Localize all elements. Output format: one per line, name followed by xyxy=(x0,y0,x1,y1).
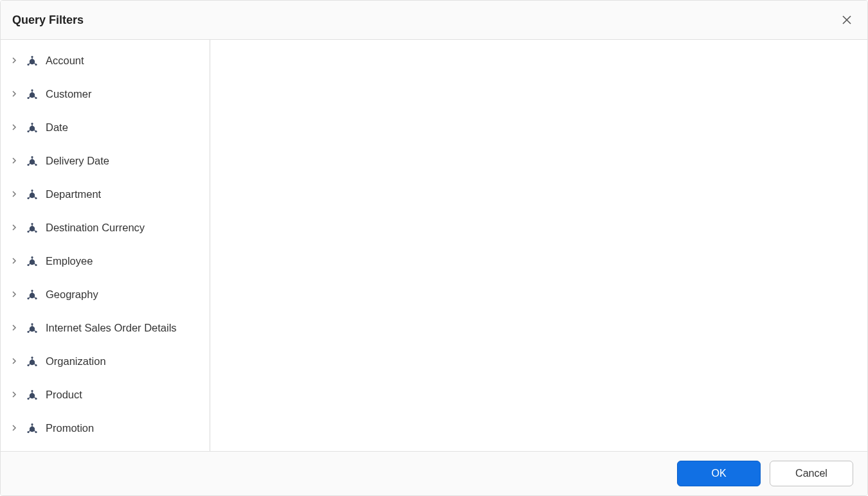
svg-point-37 xyxy=(30,226,35,231)
svg-line-6 xyxy=(29,63,30,64)
svg-line-50 xyxy=(34,263,35,265)
dimension-tree: AccountCustomerDateDelivery DateDepartme… xyxy=(1,40,210,451)
dimension-icon xyxy=(25,53,39,67)
svg-point-16 xyxy=(30,126,35,131)
tree-item-label: Account xyxy=(46,55,84,67)
tree-item[interactable]: Date xyxy=(1,111,210,144)
chevron-right-icon[interactable] xyxy=(10,223,19,232)
chevron-right-icon[interactable] xyxy=(10,89,19,98)
svg-point-52 xyxy=(31,290,33,292)
filter-canvas[interactable] xyxy=(210,40,867,451)
svg-point-31 xyxy=(31,190,33,191)
svg-line-55 xyxy=(29,297,30,298)
chevron-right-icon[interactable] xyxy=(10,56,19,65)
dimension-icon xyxy=(25,254,39,268)
chevron-right-icon[interactable] xyxy=(10,290,19,299)
tree-item[interactable]: Organization xyxy=(1,344,210,378)
tree-item-label: Destination Currency xyxy=(46,222,145,234)
svg-point-66 xyxy=(31,357,33,359)
svg-point-9 xyxy=(30,93,35,98)
svg-point-45 xyxy=(31,256,33,258)
tree-item[interactable]: Department xyxy=(1,177,210,211)
svg-line-27 xyxy=(29,163,30,164)
dialog-footer: OK Cancel xyxy=(1,451,867,495)
tree-item[interactable]: Customer xyxy=(1,77,210,111)
tree-item[interactable]: Destination Currency xyxy=(1,211,210,244)
svg-line-78 xyxy=(34,397,35,398)
tree-item-label: Organization xyxy=(46,355,106,368)
svg-point-44 xyxy=(30,260,35,265)
chevron-right-icon[interactable] xyxy=(10,156,19,165)
chevron-right-icon[interactable] xyxy=(10,357,19,366)
svg-point-30 xyxy=(30,193,35,198)
dimension-icon xyxy=(25,120,39,134)
tree-item-label: Customer xyxy=(46,88,92,100)
close-button[interactable] xyxy=(839,12,854,28)
svg-line-48 xyxy=(29,263,30,265)
svg-line-71 xyxy=(34,364,35,365)
svg-point-17 xyxy=(31,123,33,125)
tree-item[interactable]: Product xyxy=(1,378,210,411)
cancel-button[interactable]: Cancel xyxy=(770,461,853,486)
svg-point-51 xyxy=(30,293,35,298)
svg-line-36 xyxy=(34,197,35,198)
svg-point-72 xyxy=(30,393,35,398)
tree-item-label: Geography xyxy=(46,288,98,301)
dimension-icon xyxy=(25,187,39,201)
svg-line-64 xyxy=(34,330,35,332)
dimension-icon xyxy=(25,421,39,435)
dimension-icon xyxy=(25,354,39,368)
svg-line-15 xyxy=(34,96,35,98)
tree-item-label: Internet Sales Order Details xyxy=(46,322,177,334)
svg-line-8 xyxy=(34,63,35,64)
tree-item[interactable]: Geography xyxy=(1,278,210,311)
tree-item-label: Promotion xyxy=(46,422,94,434)
tree-item[interactable]: Account xyxy=(1,44,210,77)
tree-item-label: Date xyxy=(46,121,68,134)
svg-line-13 xyxy=(29,96,30,98)
svg-line-85 xyxy=(34,430,35,432)
svg-point-24 xyxy=(31,156,33,158)
tree-item[interactable]: Promotion xyxy=(1,411,210,445)
svg-point-3 xyxy=(31,56,33,58)
svg-point-73 xyxy=(31,390,33,392)
chevron-right-icon[interactable] xyxy=(10,123,19,132)
svg-point-65 xyxy=(30,360,35,365)
svg-line-20 xyxy=(29,130,30,131)
svg-line-69 xyxy=(29,364,30,365)
svg-point-59 xyxy=(31,323,33,325)
svg-line-57 xyxy=(34,297,35,298)
tree-item-label: Employee xyxy=(46,255,93,267)
dimension-icon xyxy=(25,220,39,235)
svg-line-22 xyxy=(34,130,35,131)
chevron-right-icon[interactable] xyxy=(10,256,19,265)
svg-line-34 xyxy=(29,197,30,198)
dimension-icon xyxy=(25,321,39,335)
dialog-content: AccountCustomerDateDelivery DateDepartme… xyxy=(1,40,867,451)
tree-item[interactable]: Delivery Date xyxy=(1,144,210,177)
dialog-header: Query Filters xyxy=(1,1,867,40)
dimension-icon xyxy=(25,287,39,301)
svg-point-79 xyxy=(30,427,35,432)
svg-line-43 xyxy=(34,230,35,231)
svg-point-58 xyxy=(30,326,35,332)
svg-point-38 xyxy=(31,223,33,225)
ok-button[interactable]: OK xyxy=(677,461,761,486)
tree-item-label: Product xyxy=(46,389,82,401)
svg-line-76 xyxy=(29,397,30,398)
tree-item[interactable]: Employee xyxy=(1,244,210,278)
chevron-right-icon[interactable] xyxy=(10,390,19,399)
tree-item[interactable]: Internet Sales Order Details xyxy=(1,311,210,344)
chevron-right-icon[interactable] xyxy=(10,323,19,332)
chevron-right-icon[interactable] xyxy=(10,423,19,432)
svg-point-10 xyxy=(31,89,33,91)
svg-point-23 xyxy=(30,159,35,164)
tree-item-label: Delivery Date xyxy=(46,155,109,167)
svg-line-62 xyxy=(29,330,30,332)
svg-point-2 xyxy=(30,59,35,64)
chevron-right-icon[interactable] xyxy=(10,190,19,199)
tree-item-label: Department xyxy=(46,188,101,200)
svg-line-29 xyxy=(34,163,35,164)
dialog-title: Query Filters xyxy=(12,13,84,27)
svg-line-41 xyxy=(29,230,30,231)
